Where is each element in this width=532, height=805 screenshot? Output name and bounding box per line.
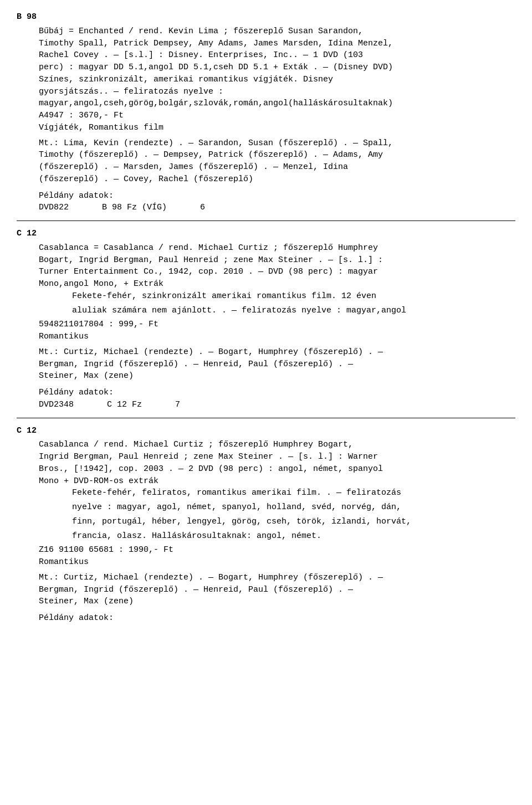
c12-1-title-line-4: Mono,angol Mono, + Extrák [39,278,515,290]
c12-2-mt-line-2: Bergman, Ingrid (főszereplő) . — Henreid… [39,584,515,596]
mt-line-2: Timothy (főszereplő) . — Dempsey, Patric… [39,149,515,161]
c12-2-title-line-1: Casablanca / rend. Michael Curtiz ; fősz… [39,439,515,451]
title-line-8: A4947 : 3670,- Ft [39,110,515,122]
c12-2-title-line-2: Ingrid Bergman, Paul Henreid ; zene Max … [39,451,515,463]
divider-1 [17,221,515,221]
title-line-1: Bűbáj = Enchanted / rend. Kevin Lima ; f… [39,25,515,38]
example-count-c12-1: 7 [175,399,180,411]
c12-2-title-line-5: Fekete-fehér, feliratos, romantikus amer… [72,487,515,499]
c12-2-title-line-10: Romantikus [39,556,515,568]
example-call-c12-1: DVD2348 [39,399,74,411]
examples-block-c12-1: Példány adatok: DVD2348 C 12 Fz 7 [39,387,515,411]
examples-label-c12-1: Példány adatok: [39,387,515,399]
examples-block-b98: Példány adatok: DVD822 B 98 Fz (VÍG) 6 [39,190,515,214]
mt-line-3: (főszereplő) . — Marsden, James (főszere… [39,161,515,173]
c12-1-mt-line-2: Bergman, Ingrid (főszereplő) . — Henreid… [39,358,515,371]
mt-line-1: Mt.: Lima, Kevin (rendezte) . — Sarandon… [39,137,515,150]
title-line-7: magyar,angol,cseh,görög,bolgár,szlovák,r… [39,98,515,110]
mt-line-4: (főszereplő) . — Covey, Rachel (főszerep… [39,173,515,186]
title-line-6: gyorsjátszás.. — feliratozás nyelve : [39,86,515,98]
section-content-c12-2: Casablanca / rend. Michael Curtiz ; fősz… [39,439,515,568]
page-content: B 98 Bűbáj = Enchanted / rend. Kevin Lim… [17,11,515,624]
c12-2-title-line-4: Mono + DVD-ROM-os extrák [39,475,515,488]
divider-2 [17,418,515,418]
c12-1-title-line-7: 5948211017804 : 999,- Ft [39,319,515,331]
c12-2-title-line-9: Z16 91100 65681 : 1990,- Ft [39,544,515,556]
section-c12-2: C 12 Casablanca / rend. Michael Curtiz ;… [17,425,515,624]
title-line-2: Timothy Spall, Patrick Dempsey, Amy Adam… [39,38,515,50]
section-c12-1: C 12 Casablanca = Casablanca / rend. Mic… [17,228,515,411]
title-line-4: perc) : magyar DD 5.1,angol DD 5.1,cseh … [39,61,515,74]
c12-2-mt-line-3: Steiner, Max (zene) [39,596,515,608]
c12-1-title-line-1: Casablanca = Casablanca / rend. Michael … [39,242,515,254]
c12-1-title-line-6: aluliak számára nem ajánlott. . — felira… [72,305,515,317]
c12-2-title-line-7: finn, portugál, héber, lengyel, görög, c… [72,516,515,528]
example-call-b98: DVD822 [39,202,69,214]
examples-label-c12-2: Példány adatok: [39,612,515,624]
section-b98: B 98 Bűbáj = Enchanted / rend. Kevin Lim… [17,11,515,214]
examples-label-b98: Példány adatok: [39,190,515,202]
example-count-b98: 6 [200,202,205,214]
c12-2-mt-line-1: Mt.: Curtiz, Michael (rendezte) . — Boga… [39,572,515,584]
mt-fields-c12-2: Mt.: Curtiz, Michael (rendezte) . — Boga… [39,572,515,608]
section-id-c12-2: C 12 [17,425,515,437]
examples-row-c12-1: DVD2348 C 12 Fz 7 [39,399,515,411]
c12-1-title-line-8: Romantikus [39,331,515,343]
section-content-c12-1: Casablanca = Casablanca / rend. Michael … [39,242,515,343]
section-id-b98: B 98 [17,11,515,23]
mt-fields-c12-1: Mt.: Curtiz, Michael (rendezte) . — Boga… [39,346,515,382]
examples-row-b98: DVD822 B 98 Fz (VÍG) 6 [39,202,515,214]
example-id-b98: B 98 Fz (VÍG) [102,202,167,214]
c12-2-title-line-3: Bros., [!1942], cop. 2003 . — 2 DVD (98 … [39,463,515,475]
example-id-c12-1: C 12 Fz [107,399,142,411]
c12-2-title-line-8: francia, olasz. Halláskárosultaknak: ang… [72,530,515,542]
c12-1-mt-line-1: Mt.: Curtiz, Michael (rendezte) . — Boga… [39,346,515,358]
c12-1-title-line-3: Turner Entertainment Co., 1942, cop. 201… [39,266,515,278]
section-id-c12-1: C 12 [17,228,515,240]
title-line-3: Rachel Covey . — [s.l.] : Disney. Enterp… [39,49,515,61]
title-line-9: Vígjáték, Romantikus film [39,122,515,134]
c12-2-title-line-6: nyelve : magyar, agol, német, spanyol, h… [72,501,515,514]
examples-block-c12-2: Példány adatok: [39,612,515,624]
section-content-b98: Bűbáj = Enchanted / rend. Kevin Lima ; f… [39,25,515,134]
c12-1-title-line-5: Fekete-fehér, szinkronizált amerikai rom… [72,290,515,302]
mt-fields-b98: Mt.: Lima, Kevin (rendezte) . — Sarandon… [39,137,515,186]
title-line-5: Színes, szinkronizált, amerikai romantik… [39,74,515,86]
c12-1-mt-line-3: Steiner, Max (zene) [39,370,515,382]
c12-1-title-line-2: Bogart, Ingrid Bergman, Paul Henreid ; z… [39,254,515,266]
